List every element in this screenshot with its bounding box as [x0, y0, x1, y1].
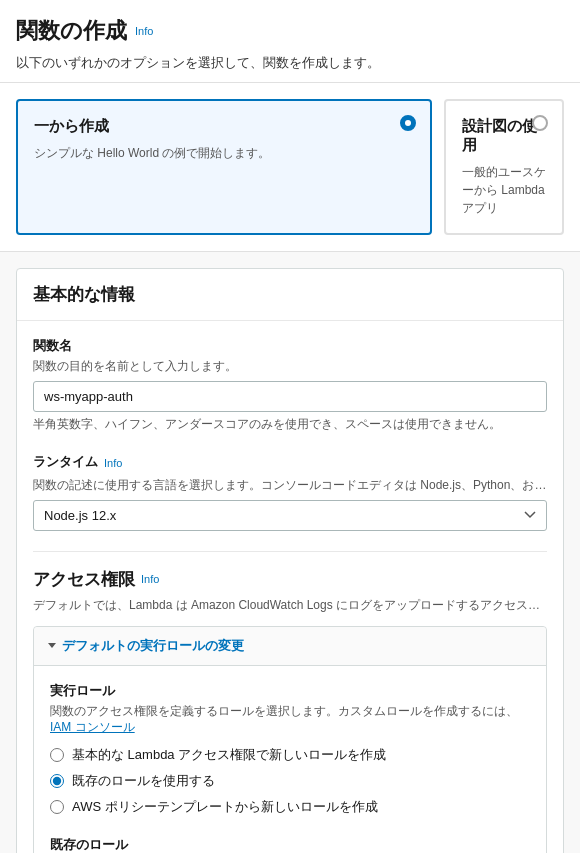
execution-role-hint: 関数のアクセス権限を定義するロールを選択します。カスタムロールを作成するには、 … [50, 703, 530, 737]
function-name-constraint: 半角英数字、ハイフン、アンダースコアのみを使用でき、スペースは使用できません。 [33, 416, 547, 433]
option-blueprint-radio [532, 115, 548, 131]
runtime-label: ランタイム [33, 453, 98, 471]
option-from-scratch-desc: シンプルな Hello World の例で開始します。 [34, 144, 414, 162]
creation-options: 一から作成 シンプルな Hello World の例で開始します。 設計図の使用… [0, 83, 580, 252]
page-header: 関数の作成 Info 以下のいずれかのオプションを選択して、関数を作成します。 … [0, 0, 580, 252]
access-hint: デフォルトでは、Lambda は Amazon CloudWatch Logs … [33, 596, 547, 614]
access-section-title: アクセス権限 [33, 568, 135, 591]
function-name-group: 関数名 関数の目的を名前として入力します。 半角英数字、ハイフン、アンダースコア… [33, 337, 547, 433]
basic-info-title: 基本的な情報 [33, 283, 547, 306]
execution-role-collapsible: デフォルトの実行ロールの変更 実行ロール 関数のアクセス権限を定義するロールを選… [33, 626, 547, 853]
radio-option-policy-template[interactable]: AWS ポリシーテンプレートから新しいロールを作成 [50, 798, 530, 816]
option-from-scratch[interactable]: 一から作成 シンプルな Hello World の例で開始します。 [16, 99, 432, 235]
divider [33, 551, 547, 552]
page-title-row: 関数の作成 Info [16, 16, 564, 46]
radio-label-existing-role: 既存のロールを使用する [72, 772, 215, 790]
page-subtitle: 以下のいずれかのオプションを選択して、関数を作成します。 [16, 54, 564, 72]
radio-option-existing-role[interactable]: 既存のロールを使用する [50, 772, 530, 790]
collapsible-title: デフォルトの実行ロールの変更 [62, 637, 244, 655]
execution-role-label: 実行ロール [50, 682, 530, 700]
access-info-badge[interactable]: Info [141, 573, 159, 585]
radio-input-policy-template[interactable] [50, 800, 64, 814]
access-title-row: アクセス権限 Info [33, 568, 547, 591]
page-title-info-badge[interactable]: Info [135, 25, 153, 37]
function-name-label: 関数名 [33, 337, 547, 355]
radio-input-new-basic[interactable] [50, 748, 64, 762]
page-title: 関数の作成 [16, 16, 127, 46]
radio-input-existing-role[interactable] [50, 774, 64, 788]
role-radio-group: 基本的な Lambda アクセス権限で新しいロールを作成 既存のロールを使用する… [50, 746, 530, 816]
option-from-scratch-radio [400, 115, 416, 131]
collapse-triangle-icon [48, 643, 56, 648]
basic-info-body: 関数名 関数の目的を名前として入力します。 半角英数字、ハイフン、アンダースコア… [17, 321, 563, 853]
execution-role-field-group: 実行ロール 関数のアクセス権限を定義するロールを選択します。カスタムロールを作成… [50, 682, 530, 817]
function-name-hint: 関数の目的を名前として入力します。 [33, 358, 547, 375]
runtime-hint: 関数の記述に使用する言語を選択します。コンソールコードエディタは Node.js… [33, 477, 547, 494]
option-from-scratch-title: 一から作成 [34, 117, 414, 136]
runtime-select[interactable]: Node.js 12.x Node.js 14.x Python 3.9 Pyt… [33, 500, 547, 531]
iam-console-hint-link[interactable]: IAM コンソール [50, 720, 135, 734]
basic-info-section: 基本的な情報 関数名 関数の目的を名前として入力します。 半角英数字、ハイフン、… [16, 268, 564, 853]
basic-info-header: 基本的な情報 [17, 269, 563, 321]
runtime-info-badge[interactable]: Info [104, 457, 122, 469]
function-name-input[interactable] [33, 381, 547, 412]
collapsible-body: 実行ロール 関数のアクセス権限を定義するロールを選択します。カスタムロールを作成… [34, 666, 546, 853]
runtime-group: ランタイム Info 関数の記述に使用する言語を選択します。コンソールコードエデ… [33, 453, 547, 531]
runtime-label-row: ランタイム Info [33, 453, 547, 474]
existing-role-label: 既存のロール [50, 836, 530, 853]
radio-label-new-basic: 基本的な Lambda アクセス権限で新しいロールを作成 [72, 746, 386, 764]
existing-role-section: 既存のロール この Lambda 関数で使用するために作成した既存のロールを選択… [50, 836, 530, 853]
option-blueprint-desc: 一般的ユースケーから Lambda アプリ [462, 163, 546, 217]
access-permissions-group: アクセス権限 Info デフォルトでは、Lambda は Amazon Clou… [33, 568, 547, 853]
radio-label-policy-template: AWS ポリシーテンプレートから新しいロールを作成 [72, 798, 378, 816]
radio-option-new-basic[interactable]: 基本的な Lambda アクセス権限で新しいロールを作成 [50, 746, 530, 764]
option-blueprint[interactable]: 設計図の使用 一般的ユースケーから Lambda アプリ [444, 99, 564, 235]
collapsible-header[interactable]: デフォルトの実行ロールの変更 [34, 627, 546, 666]
